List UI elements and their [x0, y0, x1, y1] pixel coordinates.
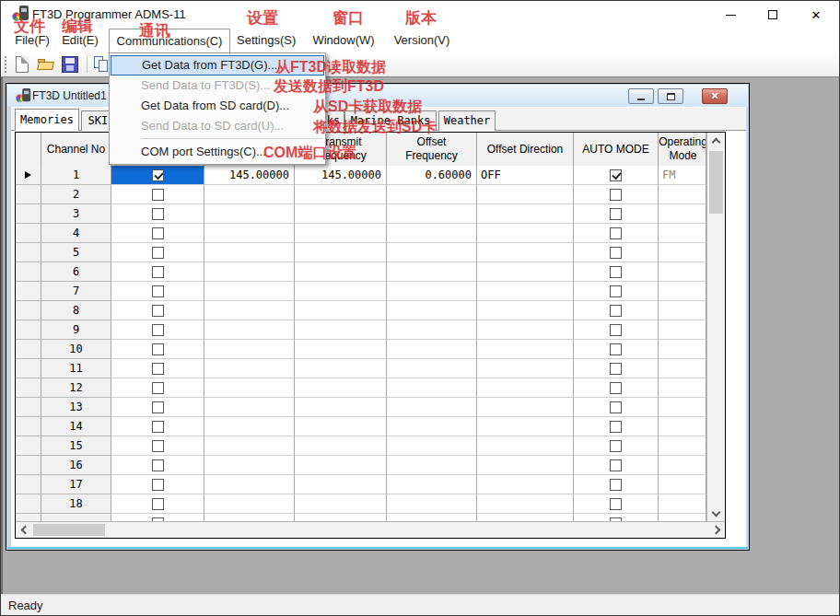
cell-offset_freq[interactable]: [387, 436, 477, 456]
cell-rx[interactable]: [204, 436, 295, 456]
scroll-down-button[interactable]: [707, 506, 725, 521]
show-checkbox[interactable]: [152, 324, 164, 336]
auto_mode-checkbox[interactable]: [610, 266, 622, 278]
cell-show[interactable]: [111, 398, 204, 417]
cell-offset_freq[interactable]: [387, 340, 477, 359]
cell-offset_dir[interactable]: OFF: [477, 166, 574, 185]
cell-tx[interactable]: [295, 378, 387, 398]
child-restore-button[interactable]: [658, 88, 683, 104]
cell-show[interactable]: [111, 514, 204, 521]
cell-offset_dir[interactable]: [477, 436, 574, 456]
cell-op_mode[interactable]: FM: [659, 166, 706, 185]
show-checkbox[interactable]: [152, 498, 164, 510]
cell-auto_mode[interactable]: [574, 456, 659, 475]
cell-tx[interactable]: [295, 456, 387, 475]
cell-rx[interactable]: [204, 378, 295, 398]
cell-offset_freq[interactable]: [387, 301, 477, 320]
cell-op_mode[interactable]: [659, 456, 706, 475]
cell-show[interactable]: [111, 262, 204, 282]
scroll-up-button[interactable]: [707, 133, 725, 148]
show-checkbox[interactable]: [152, 440, 164, 452]
cell-auto_mode[interactable]: [574, 320, 659, 340]
new-file-icon[interactable]: [16, 56, 29, 73]
cell-rx[interactable]: [204, 243, 295, 262]
cell-offset_freq[interactable]: [387, 378, 477, 398]
cell-tx[interactable]: 145.00000: [295, 166, 387, 185]
tab-memories[interactable]: Memories: [15, 109, 79, 131]
cell-tx[interactable]: [295, 224, 387, 243]
cell-auto_mode[interactable]: [574, 282, 659, 301]
cell-tx[interactable]: [295, 359, 387, 378]
cell-tx[interactable]: [295, 514, 387, 521]
auto_mode-checkbox[interactable]: [610, 382, 622, 394]
auto_mode-checkbox[interactable]: [610, 440, 622, 452]
cell-op_mode[interactable]: [659, 378, 706, 398]
horizontal-scrollbar[interactable]: [16, 521, 725, 538]
show-checkbox[interactable]: [152, 208, 164, 220]
show-checkbox[interactable]: [152, 479, 164, 491]
cell-offset_dir[interactable]: [477, 359, 574, 378]
cell-show[interactable]: [111, 494, 204, 514]
cell-offset_freq[interactable]: [387, 359, 477, 378]
channel-number[interactable]: 18: [41, 494, 111, 514]
cell-rx[interactable]: [204, 262, 295, 282]
channel-number[interactable]: 17: [41, 475, 111, 494]
cell-op_mode[interactable]: [659, 436, 706, 456]
dropdown-item-5[interactable]: COM port Settings(C)...COM端口设置: [110, 142, 325, 162]
cell-op_mode[interactable]: [659, 243, 706, 262]
cell-auto_mode[interactable]: [574, 475, 659, 494]
cell-rx[interactable]: [204, 359, 295, 378]
auto_mode-checkbox[interactable]: [610, 479, 622, 491]
cell-auto_mode[interactable]: [574, 378, 659, 398]
cell-show[interactable]: [111, 204, 204, 224]
cell-offset_dir[interactable]: [477, 398, 574, 417]
cell-tx[interactable]: [295, 301, 387, 320]
cell-offset_dir[interactable]: [477, 320, 574, 340]
cell-auto_mode[interactable]: [574, 514, 659, 521]
cell-rx[interactable]: [204, 475, 295, 494]
channel-number[interactable]: [41, 514, 111, 521]
channel-number[interactable]: 14: [41, 417, 111, 436]
copy-icon[interactable]: [93, 56, 110, 73]
cell-op_mode[interactable]: [659, 320, 706, 340]
cell-auto_mode[interactable]: [574, 340, 659, 359]
menu-item-communicationsc[interactable]: Communications(C)通讯: [109, 29, 230, 52]
cell-show[interactable]: [111, 475, 204, 494]
channel-number[interactable]: 15: [41, 436, 111, 456]
cell-offset_dir[interactable]: [477, 475, 574, 494]
cell-show[interactable]: [111, 224, 204, 243]
cell-offset_freq[interactable]: [387, 282, 477, 301]
cell-tx[interactable]: [295, 204, 387, 224]
cell-rx[interactable]: [204, 320, 295, 340]
show-checkbox[interactable]: [152, 227, 164, 239]
cell-op_mode[interactable]: [659, 417, 706, 436]
cell-op_mode[interactable]: [659, 340, 706, 359]
cell-tx[interactable]: [295, 340, 387, 359]
cell-auto_mode[interactable]: [574, 301, 659, 320]
auto_mode-checkbox[interactable]: [610, 498, 622, 510]
channel-number[interactable]: 12: [41, 378, 111, 398]
cell-auto_mode[interactable]: [574, 398, 659, 417]
cell-rx[interactable]: [204, 204, 295, 224]
cell-show[interactable]: [111, 185, 204, 204]
minimize-button[interactable]: [715, 1, 746, 29]
cell-op_mode[interactable]: [659, 359, 706, 378]
channel-number[interactable]: 9: [41, 320, 111, 340]
cell-op_mode[interactable]: [659, 262, 706, 282]
cell-auto_mode[interactable]: [574, 204, 659, 224]
cell-offset_freq[interactable]: [387, 398, 477, 417]
cell-op_mode[interactable]: [659, 185, 706, 204]
auto_mode-checkbox[interactable]: [610, 421, 622, 433]
cell-show[interactable]: [111, 243, 204, 262]
cell-offset_dir[interactable]: [477, 262, 574, 282]
cell-auto_mode[interactable]: [574, 436, 659, 456]
save-icon[interactable]: [62, 56, 78, 73]
cell-offset_dir[interactable]: [477, 378, 574, 398]
cell-rx[interactable]: [204, 398, 295, 417]
cell-op_mode[interactable]: [659, 301, 706, 320]
channel-number[interactable]: 8: [41, 301, 111, 320]
column-header-selector[interactable]: [16, 133, 41, 166]
cell-offset_freq[interactable]: [387, 243, 477, 262]
child-close-button[interactable]: ✕: [702, 88, 728, 104]
menu-item-edite[interactable]: Edit(E)编辑: [58, 29, 102, 52]
